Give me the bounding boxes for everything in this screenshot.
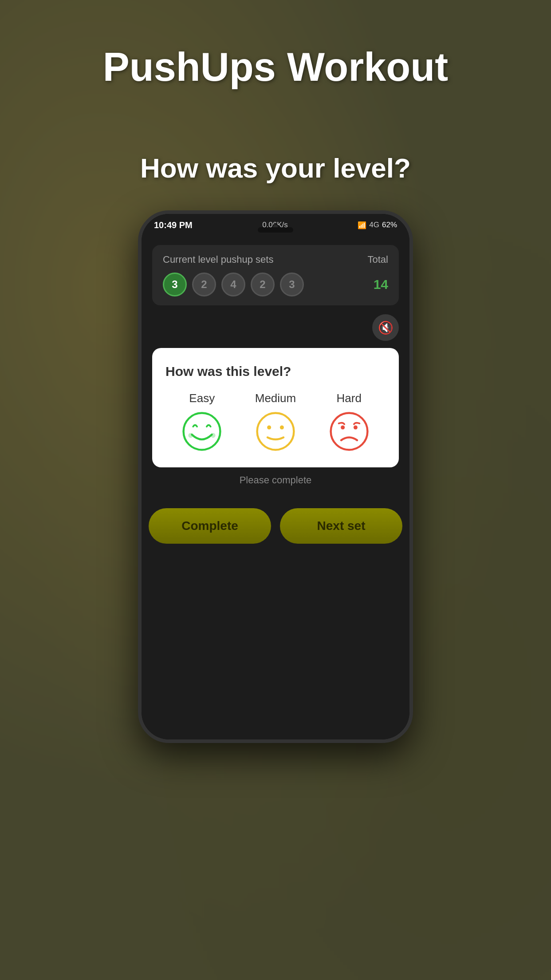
easy-emoji [182, 411, 222, 451]
difficulty-hard[interactable]: Hard [329, 391, 369, 451]
set-circle-5: 3 [280, 273, 304, 296]
subtitle: How was your level? [140, 152, 411, 184]
sets-header: Current level pushup sets Total [163, 254, 388, 265]
svg-point-8 [354, 426, 358, 430]
sets-circles: 3 2 4 2 3 [163, 273, 304, 296]
please-complete-text: Please complete [152, 474, 399, 486]
sets-card: Current level pushup sets Total 3 2 [152, 245, 399, 305]
svg-point-3 [257, 413, 294, 450]
hard-label: Hard [337, 391, 362, 405]
set-circle-1: 3 [163, 273, 187, 296]
svg-point-6 [331, 413, 367, 450]
sets-label: Current level pushup sets [163, 254, 273, 265]
svg-point-5 [280, 426, 284, 430]
status-time: 10:49 PM [154, 220, 193, 230]
sets-total: 14 [374, 277, 388, 292]
phone-speaker [258, 227, 293, 233]
svg-point-4 [267, 426, 271, 430]
main-content: PushUps Workout How was your level? 10:4… [0, 0, 551, 980]
difficulty-easy[interactable]: Easy [182, 391, 222, 451]
main-title: PushUps Workout [103, 44, 448, 90]
mute-button[interactable]: 🔇 [372, 314, 399, 341]
easy-label: Easy [189, 391, 215, 405]
difficulty-dialog: How was this level? Easy [152, 348, 399, 467]
hard-emoji [329, 411, 369, 451]
set-circle-4: 2 [251, 273, 275, 296]
network-type: 4G [369, 221, 379, 229]
total-label: Total [368, 254, 388, 265]
medium-label: Medium [255, 391, 296, 405]
svg-point-2 [211, 433, 216, 438]
wifi-icon: 📶 [358, 221, 366, 229]
svg-point-7 [341, 426, 345, 430]
svg-point-0 [184, 413, 220, 450]
difficulty-options: Easy [165, 391, 386, 451]
set-circle-3: 4 [221, 273, 245, 296]
bottom-buttons: Complete Next set [142, 508, 409, 557]
complete-button[interactable]: Complete [149, 508, 271, 544]
battery-text: 62% [382, 221, 397, 229]
difficulty-medium[interactable]: Medium [255, 391, 296, 451]
mute-icon: 🔇 [378, 320, 394, 335]
app-content: Current level pushup sets Total 3 2 [142, 236, 409, 508]
phone-mockup: 10:49 PM 0.06K/s 📶 4G 62% Current level … [138, 210, 413, 743]
medium-emoji [256, 411, 295, 451]
phone-screen: 10:49 PM 0.06K/s 📶 4G 62% Current level … [142, 214, 409, 739]
svg-point-1 [189, 433, 193, 438]
set-circle-2: 2 [192, 273, 216, 296]
next-set-button[interactable]: Next set [280, 508, 402, 544]
status-icons: 📶 4G 62% [358, 221, 397, 229]
dialog-title: How was this level? [165, 364, 386, 379]
